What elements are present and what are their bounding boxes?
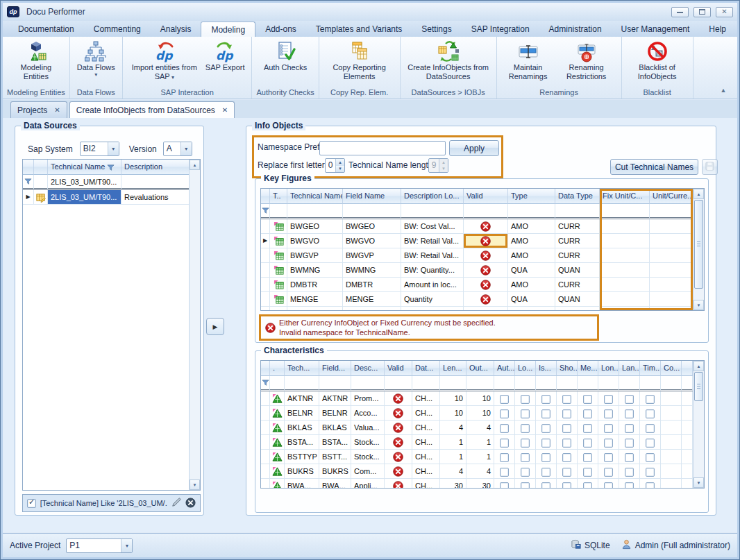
checkbox[interactable] (583, 482, 592, 489)
column-header-out[interactable]: Out... (466, 361, 494, 376)
cell-field-name[interactable]: BWGVO (343, 234, 401, 248)
filter-funnel-icon[interactable] (105, 162, 115, 171)
cell-data-type[interactable]: CH... (412, 391, 440, 406)
cell-technical-name[interactable]: BWGVP (287, 248, 343, 263)
column-header-fix-unit-c[interactable]: Fix Unit/C... (600, 189, 650, 204)
column-header-description-lo[interactable]: Description Lo... (401, 189, 464, 204)
cell-length[interactable]: 4 (440, 421, 466, 435)
cell-technical-name[interactable]: AKTNR (285, 391, 319, 406)
cell-data-type[interactable]: CH... (412, 464, 440, 479)
column-header-lan[interactable]: Lan... (619, 361, 640, 376)
checkbox[interactable] (562, 439, 571, 448)
column-header-valid[interactable]: Valid (385, 361, 412, 376)
checkbox[interactable] (521, 439, 530, 448)
ribbon-button-import-entities-from-sap[interactable]: dpImport entities from SAP ▾ (128, 39, 201, 82)
menu-tab-modeling[interactable]: Modeling (201, 22, 255, 37)
scroll-down-arrow[interactable]: ▼ (693, 300, 704, 310)
active-project-combo[interactable]: P1 ▼ (66, 538, 133, 553)
column-header-description[interactable]: Description (121, 160, 191, 175)
cell-description[interactable]: Stock... (351, 450, 385, 464)
transfer-right-button[interactable]: ▶ (206, 318, 224, 335)
checkbox[interactable] (625, 424, 634, 433)
cell-description[interactable]: Appli... (351, 479, 385, 489)
checkbox[interactable] (562, 468, 571, 477)
checkbox[interactable] (625, 439, 634, 448)
table-row[interactable]: MENGEMENGEQuantityQUAQUAN (261, 292, 704, 307)
cell-fix-unit[interactable] (600, 278, 650, 292)
cut-technical-names-button[interactable]: Cut Technical Names (610, 159, 698, 175)
checkbox[interactable] (604, 424, 613, 433)
table-row[interactable]: BWGVPBWGVPBW: Retail Val...AMOCURR (261, 248, 704, 263)
cell-unit-currency[interactable] (650, 248, 693, 263)
ribbon-button-create-infoobjects-from-datasources[interactable]: Create InfoObjects from DataSources (405, 39, 491, 82)
cell-field-name[interactable]: BWA... (319, 479, 351, 489)
cell-description[interactable]: Revaluations (121, 190, 191, 205)
menu-tab-documentation[interactable]: Documentation (8, 22, 84, 37)
restore-button[interactable] (693, 7, 711, 17)
table-row[interactable]: ▶BWGVOBWGVOBW: Retail Val...AMOCURR (261, 234, 704, 248)
cell-field-name[interactable]: BUKRS (319, 464, 351, 479)
checkbox[interactable] (625, 482, 634, 489)
ribbon-button-copy-reporting-elements[interactable]: Copy Reporting Elements (324, 39, 395, 82)
cell-data-type[interactable]: CURR (555, 219, 600, 234)
checkbox[interactable] (500, 439, 509, 448)
cell-technical-name[interactable]: BELNR (285, 406, 319, 421)
cell-fix-unit[interactable] (600, 248, 650, 263)
column-header-unit-curre[interactable]: Unit/Curre... (650, 189, 693, 204)
cell-co[interactable] (661, 406, 682, 421)
column-header-co[interactable]: Co... (661, 361, 682, 376)
checkbox[interactable] (583, 439, 592, 448)
cell-output-length[interactable]: 4 (466, 421, 494, 435)
table-row[interactable]: BELNRBELNRAcco...CH...1010 (261, 406, 704, 421)
cell-length[interactable]: 4 (440, 464, 466, 479)
checkbox[interactable] (541, 453, 550, 462)
cell-description[interactable]: Acco... (351, 406, 385, 421)
checkbox[interactable] (521, 468, 530, 477)
column-header-desc[interactable]: Desc... (351, 361, 385, 376)
checkbox[interactable] (646, 409, 655, 418)
column-header-data-type[interactable]: Data Type (555, 189, 600, 204)
cell-technical-name[interactable]: BUKRS (285, 464, 319, 479)
cell-co[interactable] (661, 435, 682, 450)
version-combo[interactable]: A ▼ (163, 142, 192, 156)
doc-tab-create-infoobjects-from-datasources[interactable]: Create InfoObjects from DataSources✕ (69, 101, 235, 118)
checkbox[interactable] (500, 409, 509, 418)
table-row[interactable]: DMBTRDMBTRAmount in loc...AMOCURR (261, 278, 704, 292)
cell-description[interactable]: BW: Retail Val... (401, 248, 464, 263)
cell-output-length[interactable]: 1 (466, 435, 494, 450)
cell-data-type[interactable]: CH... (412, 479, 440, 489)
ribbon-button-renaming-restrictions[interactable]: Renaming Restrictions (557, 39, 616, 82)
checkbox[interactable] (562, 409, 571, 418)
cell-output-length[interactable]: 1 (466, 450, 494, 464)
cell-technical-name[interactable]: 2LIS_03_UM/T90... (48, 190, 121, 205)
sap-system-combo[interactable]: BI2 ▼ (80, 142, 119, 156)
column-header-valid[interactable]: Valid (464, 189, 508, 204)
ribbon-button-maintain-renamings[interactable]: Maintain Renamings (502, 39, 555, 82)
checkbox[interactable] (521, 424, 530, 433)
checkbox[interactable] (541, 424, 550, 433)
column-header-tim[interactable]: Tim... (640, 361, 661, 376)
cell-co[interactable] (661, 479, 682, 489)
menu-tab-add-ons[interactable]: Add-ons (255, 22, 306, 37)
checkbox[interactable] (583, 424, 592, 433)
scroll-down-arrow[interactable]: ▼ (190, 480, 200, 490)
cell-data-type[interactable]: QUAN (555, 292, 600, 307)
cell-field-name[interactable]: DMBTR (343, 278, 401, 292)
cell-unit-currency[interactable] (650, 292, 693, 307)
spin-down-icon[interactable]: ▼ (336, 166, 344, 173)
cell-description[interactable]: BW: Cost Val... (401, 219, 464, 234)
cell-technical-name[interactable]: BSTTYP (285, 450, 319, 464)
checkbox[interactable] (541, 482, 550, 489)
cell-data-type[interactable]: CURR (555, 234, 600, 248)
checkbox[interactable] (625, 395, 634, 404)
cell-field-name[interactable]: BWMNG (343, 263, 401, 278)
cell-description[interactable]: Amount in loc... (401, 278, 464, 292)
column-header-technical-name[interactable]: Technical Name (287, 189, 343, 204)
cell-length[interactable]: 10 (440, 391, 466, 406)
cell-output-length[interactable]: 4 (466, 464, 494, 479)
cell-unit-currency[interactable] (650, 234, 693, 248)
checkbox[interactable] (604, 409, 613, 418)
column-header-technical-name[interactable]: Technical Name (48, 160, 121, 175)
checkbox[interactable] (646, 482, 655, 489)
chevron-down-icon[interactable]: ▼ (108, 142, 119, 155)
